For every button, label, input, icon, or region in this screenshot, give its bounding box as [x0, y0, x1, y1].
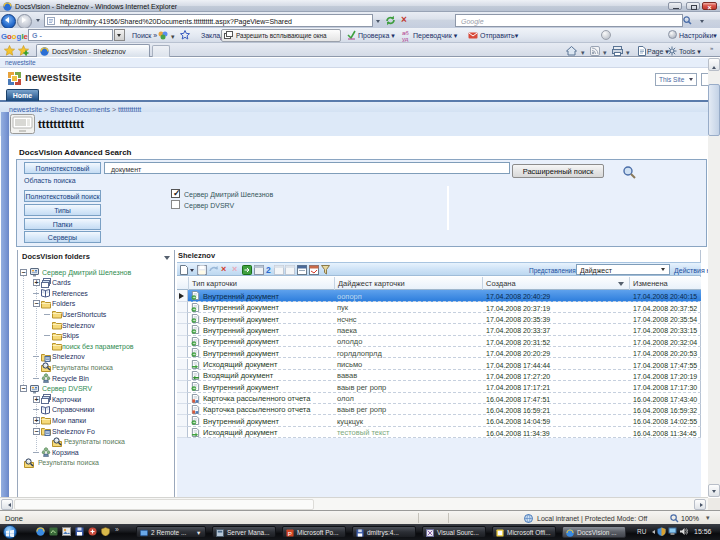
svg-text:P: P: [288, 530, 292, 537]
